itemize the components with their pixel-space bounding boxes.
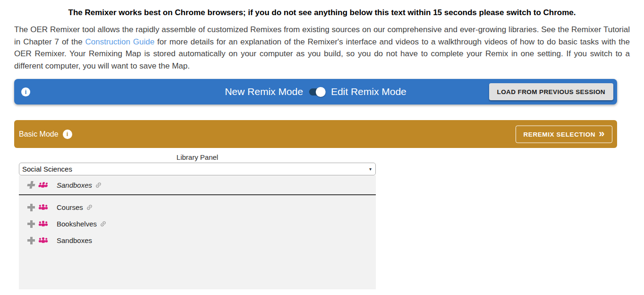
reremix-selection-label: REREMIX SELECTION [523, 130, 595, 138]
library-select-value: Social Sciences [22, 165, 72, 173]
link-icon[interactable] [85, 202, 94, 212]
remix-mode-toggle[interactable] [309, 88, 325, 95]
construction-guide-link[interactable]: Construction Guide [85, 37, 155, 46]
users-icon [38, 220, 48, 227]
expand-plus-icon[interactable] [26, 181, 35, 189]
library-panel: Library Panel Social Sciences ▾ Sandboxe… [19, 153, 376, 289]
library-select[interactable]: Social Sciences ▾ [19, 163, 376, 175]
expand-plus-icon[interactable] [27, 237, 35, 244]
link-icon[interactable] [93, 180, 103, 190]
intro-paragraph: The OER Remixer tool allows the rapidly … [14, 24, 630, 72]
basic-mode-bar: Basic Mode i REREMIX SELECTION » [14, 120, 617, 148]
expand-plus-icon[interactable] [27, 220, 35, 228]
info-icon[interactable]: i [21, 87, 30, 96]
users-icon [37, 182, 49, 189]
library-item-label: Courses [57, 203, 83, 211]
library-item-row[interactable]: Sandboxes [19, 175, 376, 195]
edit-remix-mode-label: Edit Remix Mode [331, 86, 407, 97]
library-item-row[interactable]: Courses [19, 199, 376, 216]
new-remix-mode-label: New Remix Mode [225, 86, 303, 97]
toggle-knob [316, 87, 326, 97]
library-panel-title: Library Panel [19, 153, 376, 161]
library-item-list: Sandboxes Courses Bookshelves [19, 175, 376, 289]
load-previous-session-button[interactable]: LOAD FROM PREVIOUS SESSION [489, 83, 613, 100]
library-item-row[interactable]: Bookshelves [19, 216, 376, 232]
expand-plus-icon[interactable] [27, 204, 35, 211]
library-item-label: Sandboxes [57, 181, 92, 189]
chrome-notice: The Remixer works best on Chrome browser… [0, 0, 644, 17]
info-icon[interactable]: i [63, 130, 72, 139]
remix-mode-bar: i New Remix Mode Edit Remix Mode LOAD FR… [14, 79, 617, 104]
caret-down-icon: ▾ [369, 166, 372, 172]
library-item-row[interactable]: Sandboxes [19, 232, 376, 249]
users-icon [38, 204, 48, 211]
library-item-label: Bookshelves [57, 220, 97, 228]
reremix-selection-button[interactable]: REREMIX SELECTION » [516, 125, 612, 143]
users-icon [38, 237, 48, 244]
mode-toggle-group: New Remix Mode Edit Remix Mode [225, 86, 407, 97]
basic-mode-label: Basic Mode [19, 130, 59, 139]
link-icon[interactable] [98, 219, 108, 229]
library-item-label: Sandboxes [57, 236, 92, 244]
